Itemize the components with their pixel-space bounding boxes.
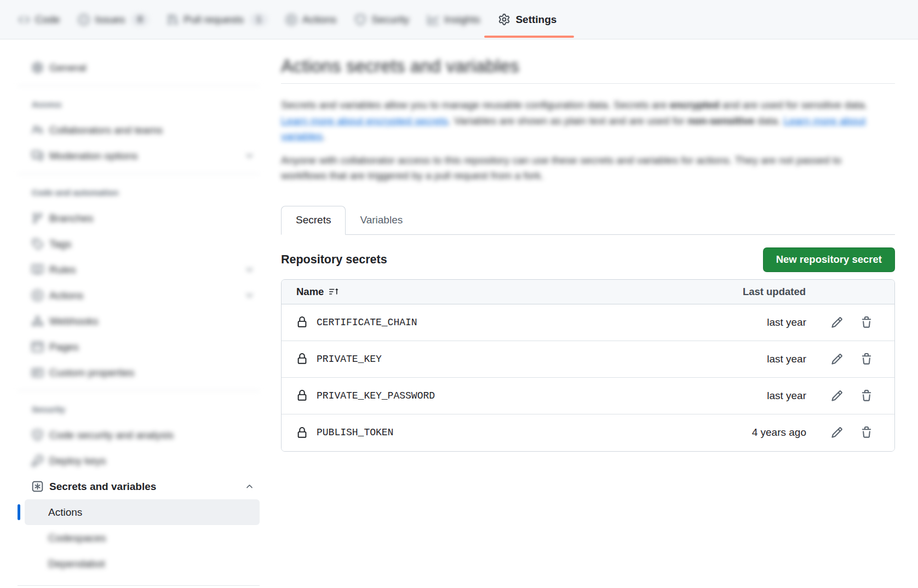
sidebar-item-label: Webhooks (49, 315, 98, 327)
lock-icon (296, 390, 308, 401)
new-repository-secret-button[interactable]: New repository secret (763, 247, 895, 272)
tab-settings[interactable]: Settings (498, 0, 556, 39)
people-icon (32, 124, 43, 136)
title-divider (281, 83, 895, 84)
secret-name: PRIVATE_KEY_PASSWORD (317, 390, 435, 401)
desc-bold-non-sensitive: non-sensitive (687, 115, 754, 126)
sidebar-item-label: Actions (48, 506, 82, 518)
browser-icon (32, 341, 43, 353)
repo-nav: Code Issues 8 Pull requests 1 Actions Se… (0, 0, 918, 39)
trash-icon (860, 390, 873, 402)
edit-secret-button[interactable] (831, 426, 843, 439)
delete-secret-button[interactable] (860, 316, 873, 328)
table-row: CERTIFICATE_CHAIN last year (282, 304, 894, 341)
sidebar-item-tags[interactable]: Tags (25, 231, 260, 257)
sidebar-item-actions[interactable]: Actions (25, 283, 260, 308)
play-icon (32, 290, 43, 301)
secret-last-updated: last year (767, 316, 806, 328)
sidebar-item-label: Moderation options (49, 150, 138, 162)
trash-icon (860, 353, 873, 365)
sidebar-subitem-actions-secrets[interactable]: Actions (25, 499, 260, 525)
sidebar-item-collaborators[interactable]: Collaborators and teams (25, 117, 260, 143)
link-encrypted-secrets[interactable]: Learn more about encrypted secrets (281, 115, 448, 126)
section-header-access: Access (32, 91, 260, 117)
sidebar-item-label: Tags (49, 238, 71, 250)
tab-label: Security (371, 14, 409, 26)
sort-by-name-control[interactable]: Name (296, 286, 338, 298)
secrets-variables-tabnav: Secrets Variables (281, 206, 895, 235)
secret-name: PUBLISH_TOKEN (317, 427, 393, 438)
edit-secret-button[interactable] (831, 353, 843, 365)
sort-ascending-icon (329, 287, 338, 296)
divider (18, 390, 260, 391)
sidebar-item-label: Code security and analysis (49, 429, 174, 441)
tab-label: Issues (95, 14, 125, 26)
selected-indicator-bar (18, 504, 20, 520)
column-header-last-updated: Last updated (743, 286, 806, 298)
tab-label: Settings (515, 14, 556, 26)
secret-last-updated: 4 years ago (752, 426, 806, 439)
tab-insights[interactable]: Insights (428, 0, 480, 39)
sidebar-item-code-security[interactable]: Code security and analysis (25, 422, 260, 448)
secret-name: CERTIFICATE_CHAIN (317, 317, 417, 328)
sidebar-item-webhooks[interactable]: Webhooks (25, 308, 260, 334)
shield-lock-icon (32, 429, 43, 441)
secret-name: PRIVATE_KEY (317, 354, 382, 365)
sidebar-item-pages[interactable]: Pages (25, 334, 260, 360)
tab-security[interactable]: Security (355, 0, 409, 39)
pencil-icon (831, 426, 843, 439)
tab-label: Pull requests (183, 14, 244, 26)
sidebar-item-deploy-keys[interactable]: Deploy keys (25, 448, 260, 474)
sidebar-item-label: Secrets and variables (49, 481, 156, 493)
table-row: PUBLISH_TOKEN 4 years ago (282, 414, 894, 451)
book-icon (32, 264, 43, 275)
gear-icon (498, 14, 510, 25)
delete-secret-button[interactable] (860, 390, 873, 402)
divider (18, 174, 260, 174)
issue-opened-icon (78, 14, 89, 25)
sidebar-item-branches[interactable]: Branches (25, 205, 260, 231)
edit-secret-button[interactable] (831, 390, 843, 402)
pencil-icon (831, 390, 843, 402)
graph-icon (428, 14, 439, 25)
sidebar-item-label: Pages (49, 341, 79, 353)
tab-variables[interactable]: Variables (346, 206, 417, 234)
sidebar-subitem-dependabot-secrets[interactable]: Dependabot (25, 551, 260, 577)
page-title: Actions secrets and variables (281, 56, 895, 77)
secret-last-updated: last year (767, 390, 806, 402)
trash-icon (860, 426, 873, 439)
tab-label: Actions (302, 14, 336, 26)
sidebar-item-label: Custom properties (49, 367, 134, 379)
delete-secret-button[interactable] (860, 426, 873, 439)
edit-secret-button[interactable] (831, 316, 843, 328)
sidebar-item-label: Branches (49, 212, 93, 224)
sidebar-item-custom-properties[interactable]: Custom properties (25, 360, 260, 385)
pencil-icon (831, 316, 843, 328)
column-header-name: Name (296, 286, 324, 298)
sidebar-item-general[interactable]: General (25, 55, 260, 80)
code-icon (19, 14, 30, 25)
chevron-down-icon (245, 265, 254, 274)
desc-text: Secrets and variables allow you to manag… (281, 99, 670, 111)
sidebar-item-label: Dependabot (48, 558, 105, 570)
pull-requests-count-badge: 1 (250, 14, 267, 26)
section-header-security: Security (32, 396, 260, 422)
trash-icon (860, 316, 873, 328)
section-heading: Repository secrets (281, 253, 387, 267)
tab-pull-requests[interactable]: Pull requests 1 (167, 0, 267, 39)
tab-issues[interactable]: Issues 8 (78, 0, 148, 39)
sidebar-item-moderation-options[interactable]: Moderation options (25, 143, 260, 169)
sidebar-item-label: Collaborators and teams (49, 124, 163, 136)
lock-icon (296, 316, 308, 328)
sidebar-item-secrets-and-variables[interactable]: Secrets and variables (25, 474, 260, 499)
tab-actions[interactable]: Actions (286, 0, 336, 39)
sidebar-item-rules[interactable]: Rules (25, 257, 260, 283)
delete-secret-button[interactable] (860, 353, 873, 365)
secrets-table: Name Last updated CERTIFICATE_CHAIN last… (281, 279, 895, 452)
sidebar-item-label: General (49, 62, 87, 74)
sidebar-subitem-codespaces-secrets[interactable]: Codespaces (25, 525, 260, 551)
tab-code[interactable]: Code (19, 0, 60, 39)
tab-secrets[interactable]: Secrets (281, 206, 346, 235)
desc-text: . (323, 130, 325, 142)
description-paragraph-2: Anyone with collaborator access to this … (281, 153, 888, 184)
